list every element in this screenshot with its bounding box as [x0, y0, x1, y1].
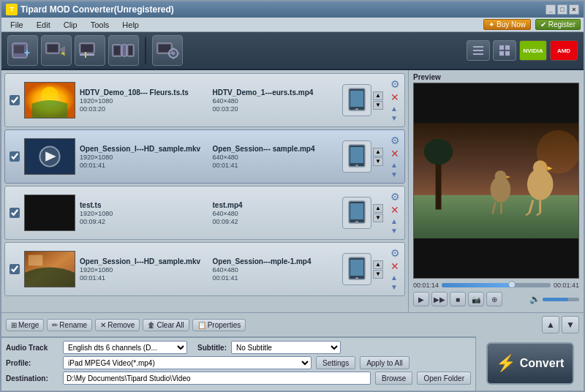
file-down-icon-3[interactable]: ▼ — [390, 227, 400, 235]
edit-video-button[interactable] — [41, 35, 72, 66]
convert-button[interactable]: ⚡ Convert — [486, 342, 574, 385]
settings-button[interactable] — [152, 35, 183, 66]
clear-icon: 🗑 — [148, 321, 155, 329]
move-down-button[interactable]: ▼ — [562, 316, 579, 333]
file-actions-2: ⚙ ✕ ▲ ▼ — [390, 135, 400, 178]
rename-icon: ✏ — [52, 321, 58, 329]
file-device-4: ▲ ▼ — [342, 253, 383, 285]
file-checkbox-3[interactable] — [10, 208, 20, 218]
file-checkbox-1[interactable] — [10, 95, 20, 105]
title-bar: T Tipard MOD Converter(Unregistered) _ □… — [1, 1, 584, 18]
file-up-icon-2[interactable]: ▲ — [390, 161, 400, 169]
file-name-2: Open_Session_I---HD_sample.mkv — [80, 145, 203, 153]
subtitle-label: Subtitle: — [197, 344, 227, 352]
device-arrow-up-1[interactable]: ▲ — [373, 91, 383, 100]
output-res-2: 640×480 — [213, 154, 336, 161]
file-up-icon-3[interactable]: ▲ — [390, 217, 400, 225]
time-slider[interactable] — [442, 283, 551, 287]
settings-bar: Audio Track English dts 6 channels (D...… — [1, 336, 475, 390]
zoom-button[interactable]: ⊕ — [486, 292, 502, 306]
svg-rect-47 — [350, 260, 363, 276]
menu-tools[interactable]: Tools — [85, 20, 116, 30]
move-up-button[interactable]: ▲ — [542, 316, 559, 333]
file-res-2: 1920×1080 — [80, 154, 203, 161]
file-remove-icon-1[interactable]: ✕ — [390, 91, 400, 103]
time-current: 00:01:14 — [413, 282, 439, 289]
window-title: Tipard MOD Converter(Unregistered) — [20, 4, 174, 15]
preview-panel: Preview — [408, 70, 584, 312]
audio-track-select[interactable]: English dts 6 channels (D... — [63, 341, 187, 354]
play-button[interactable]: ▶ — [413, 292, 429, 306]
device-select-3[interactable] — [342, 197, 371, 229]
audio-track-label: Audio Track — [6, 344, 58, 352]
list-view-button[interactable] — [467, 40, 490, 61]
file-remove-icon-4[interactable]: ✕ — [390, 260, 400, 272]
file-up-icon-1[interactable]: ▲ — [390, 105, 400, 113]
properties-button[interactable]: 📋 Properties — [192, 319, 246, 331]
device-arrow-down-3[interactable]: ▼ — [373, 214, 383, 222]
device-arrow-up-2[interactable]: ▲ — [373, 148, 383, 157]
file-checkbox-2[interactable] — [10, 151, 20, 162]
output-name-2: Open_Session--- sample.mp4 — [213, 145, 336, 153]
file-checkbox-4[interactable] — [10, 264, 20, 274]
file-remove-icon-3[interactable]: ✕ — [390, 204, 400, 216]
svg-point-17 — [172, 52, 176, 56]
subtitle-select[interactable]: No Subtitle — [231, 341, 341, 354]
device-arrow-up-3[interactable]: ▲ — [373, 204, 383, 213]
nvidia-badge: NVIDIA — [519, 40, 547, 61]
rename-button[interactable]: ✏ Rename — [47, 319, 92, 331]
device-select-4[interactable] — [342, 253, 371, 285]
file-remove-icon-2[interactable]: ✕ — [390, 148, 400, 159]
toolbar: + NVIDIA AMD — [1, 32, 584, 70]
profile-select[interactable]: iPad MPEG4 Video(*.mp4) — [63, 356, 312, 369]
device-select-2[interactable] — [342, 140, 371, 173]
file-gear-icon-4[interactable]: ⚙ — [390, 247, 400, 259]
output-name-1: HDTV_Demo_1---eurs.ts.mp4 — [213, 88, 336, 97]
merge-button[interactable]: ⊞ Merge — [6, 319, 44, 331]
clear-all-button[interactable]: 🗑 Clear All — [143, 319, 189, 331]
register-button[interactable]: ✔ Register — [535, 19, 581, 30]
device-select-1[interactable] — [342, 84, 371, 116]
clip-video-button[interactable] — [75, 35, 105, 66]
grid-view-button[interactable] — [493, 40, 516, 61]
screenshot-button[interactable]: 📷 — [468, 292, 484, 306]
fast-forward-button[interactable]: ▶▶ — [431, 292, 448, 306]
action-bar: ⊞ Merge ✏ Rename ✕ Remove 🗑 Clear All 📋 … — [1, 312, 584, 336]
maximize-button[interactable]: □ — [557, 4, 567, 15]
file-down-icon-4[interactable]: ▼ — [390, 283, 400, 291]
app-icon: T — [6, 4, 18, 15]
remove-button[interactable]: ✕ Remove — [95, 319, 140, 331]
settings-btn[interactable]: Settings — [316, 356, 355, 369]
buy-now-button[interactable]: ✦ Buy Now — [483, 19, 531, 30]
device-arrow-down-4[interactable]: ▼ — [373, 270, 383, 279]
file-up-icon-4[interactable]: ▲ — [390, 274, 400, 282]
apply-all-button[interactable]: Apply to All — [360, 356, 409, 369]
menu-edit[interactable]: Edit — [31, 20, 56, 30]
volume-slider[interactable] — [543, 298, 579, 301]
file-gear-icon-2[interactable]: ⚙ — [390, 135, 400, 146]
output-res-1: 640×480 — [213, 97, 336, 105]
file-down-icon-1[interactable]: ▼ — [390, 114, 400, 122]
menu-clip[interactable]: Clip — [58, 20, 83, 30]
minimize-button[interactable]: _ — [546, 4, 556, 15]
browse-button[interactable]: Browse — [375, 372, 412, 385]
close-button[interactable]: × — [569, 4, 579, 15]
remove-label: Remove — [107, 321, 135, 329]
device-arrow-up-4[interactable]: ▲ — [373, 260, 383, 269]
file-gear-icon-1[interactable]: ⚙ — [390, 78, 400, 90]
preview-video — [413, 83, 579, 279]
file-down-icon-2[interactable]: ▼ — [390, 170, 400, 178]
file-gear-icon-3[interactable]: ⚙ — [390, 191, 400, 203]
menu-file[interactable]: File — [4, 20, 29, 30]
rename-label: Rename — [59, 321, 87, 329]
device-arrow-down-2[interactable]: ▼ — [373, 157, 383, 166]
menu-help[interactable]: Help — [116, 20, 145, 30]
preview-label: Preview — [409, 70, 584, 83]
device-arrow-down-1[interactable]: ▼ — [373, 101, 383, 110]
open-folder-button[interactable]: Open Folder — [417, 372, 471, 385]
stop-button[interactable]: ■ — [450, 292, 466, 306]
destination-input[interactable] — [63, 372, 371, 385]
add-video-button[interactable]: + — [7, 35, 38, 66]
merge-video-button[interactable] — [108, 35, 139, 66]
file-device-1: ▲ ▼ — [342, 84, 383, 116]
